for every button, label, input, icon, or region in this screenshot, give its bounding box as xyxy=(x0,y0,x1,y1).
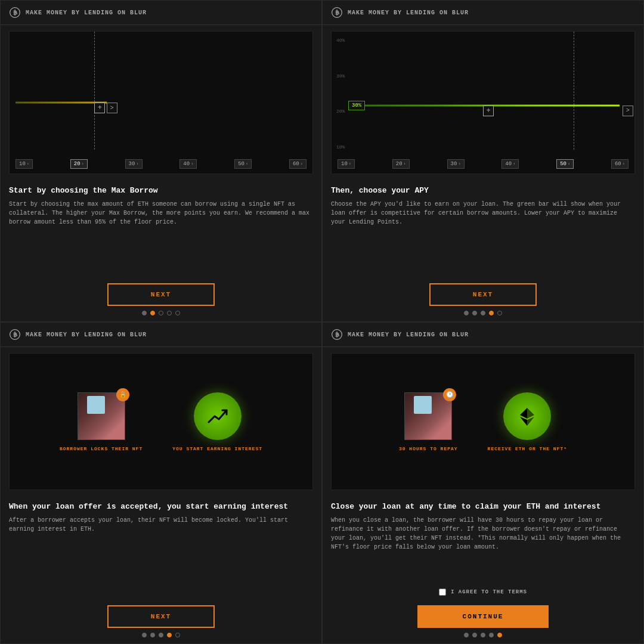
panel1-content: Start by choosing the Max Borrow Start b… xyxy=(1,180,321,277)
panel-close-loan: MAKE MONEY BY LENDING ON BLUR 🕐 30 HOURS… xyxy=(322,322,644,644)
panel4-content: Close your loan at any time to claim you… xyxy=(323,496,643,583)
val-30: 30 ⬍ xyxy=(125,159,143,169)
panel2-title: MAKE MONEY BY LENDING ON BLUR xyxy=(348,10,469,16)
dot-4-4 xyxy=(489,633,494,637)
panel4-clock-badge: 🕐 xyxy=(443,388,456,401)
panel4-left-label: 30 HOURS TO REPAY xyxy=(399,446,458,451)
agree-checkbox[interactable] xyxy=(439,589,446,596)
panel4-illustration: 🕐 30 HOURS TO REPAY RECEIVE ETH OR THE N… xyxy=(331,353,635,490)
panel-loan-accepted: MAKE MONEY BY LENDING ON BLUR 🔒 BORROWER… xyxy=(0,322,322,644)
dot-1-3 xyxy=(159,311,163,315)
y-10: 10% xyxy=(336,144,345,150)
panel2-chart: 40% 30% 20% 10% 30% > 10 ⬍ 20 ⬍ 30 ⬍ 40 … xyxy=(331,31,635,174)
panel2-content: Then, choose your APY Choose the APY you… xyxy=(323,180,643,277)
p2-val-20: 20 ⬍ xyxy=(392,159,410,169)
panel4-eth-icon xyxy=(503,392,551,440)
dot-1-5 xyxy=(175,311,180,315)
panel3-right-label: YOU START EARNING INTEREST xyxy=(172,446,262,451)
panel2-next-button[interactable]: NEXT xyxy=(429,283,537,306)
panel2-value-boxes: 10 ⬍ 20 ⬍ 30 ⬍ 40 ⬍ 50 ⬍ 60 ⬍ xyxy=(338,159,628,169)
panel1-header: MAKE MONEY BY LENDING ON BLUR xyxy=(1,1,321,25)
panel4-illus-right: RECEIVE ETH OR THE NFT* xyxy=(488,392,567,451)
y-30: 30% xyxy=(336,73,345,79)
y-20: 20% xyxy=(336,109,345,114)
panel3-content: When your loan offer is accepted, you st… xyxy=(1,496,321,599)
dot-2-5 xyxy=(497,311,502,315)
panel2-button-area: NEXT xyxy=(323,277,643,321)
agree-label: I AGREE TO THE TERMS xyxy=(451,589,527,595)
panel2-dots xyxy=(464,311,502,315)
panel4-dots xyxy=(464,633,502,637)
panel3-button-area: NEXT xyxy=(1,599,321,643)
panel1-chart: > 10 ⬍ 20 ⬍ 30 ⬍ 40 ⬍ 50 ⬍ 60 ⬍ xyxy=(9,31,313,174)
dot-3-3 xyxy=(159,633,163,637)
panel2-header: MAKE MONEY BY LENDING ON BLUR xyxy=(323,1,643,25)
panel3-section-text: After a borrower accepts your loan, thei… xyxy=(9,516,313,593)
panel2-section-title: Then, choose your APY xyxy=(331,186,635,195)
dot-1-2 xyxy=(150,311,155,315)
dot-1-1 xyxy=(142,311,147,315)
panel3-illus-right: YOU START EARNING INTEREST xyxy=(172,392,262,451)
dot-2-2 xyxy=(472,311,477,315)
panel4-section-title: Close your loan at any time to claim you… xyxy=(331,502,635,511)
svg-marker-7 xyxy=(520,417,527,426)
panel3-interest-icon xyxy=(194,392,242,440)
panel1-dots xyxy=(142,311,180,315)
panel4-header: MAKE MONEY BY LENDING ON BLUR xyxy=(323,323,643,347)
panel4-checkbox-area: I AGREE TO THE TERMS xyxy=(439,589,527,596)
dot-4-2 xyxy=(472,633,477,637)
panel1-dashed-line xyxy=(94,32,95,150)
panel4-title: MAKE MONEY BY LENDING ON BLUR xyxy=(348,332,469,338)
p2-val-50: 50 ⬍ xyxy=(556,159,574,169)
y-40: 40% xyxy=(336,38,345,43)
panel1-button-area: NEXT xyxy=(1,277,321,321)
panel3-nft: 🔒 xyxy=(78,392,125,440)
panel3-illus-left: 🔒 BORROWER LOCKS THEIR NFT xyxy=(60,392,143,451)
val-40: 40 ⬍ xyxy=(179,159,197,169)
dot-2-1 xyxy=(464,311,469,315)
dot-2-3 xyxy=(481,311,485,315)
panel1-section-title: Start by choosing the Max Borrow xyxy=(9,186,313,195)
panel2-y-axis: 40% 30% 20% 10% xyxy=(336,38,345,150)
panel1-bar xyxy=(16,102,107,104)
panel4-right-label: RECEIVE ETH OR THE NFT* xyxy=(488,446,567,451)
panel1-next-button[interactable]: NEXT xyxy=(107,283,215,306)
dot-4-5 xyxy=(497,633,502,637)
p2-val-40: 40 ⬍ xyxy=(501,159,519,169)
panel4-button-area: I AGREE TO THE TERMS CONTINUE xyxy=(323,583,643,643)
money-icon-2 xyxy=(331,7,343,18)
panel4-continue-button[interactable]: CONTINUE xyxy=(417,605,549,628)
panel1-section-text: Start by choosing the max amount of ETH … xyxy=(9,200,313,271)
panel3-next-button[interactable]: NEXT xyxy=(107,605,215,628)
dot-4-1 xyxy=(464,633,469,637)
panel4-nft: 🕐 xyxy=(404,392,452,440)
p2-val-10: 10 ⬍ xyxy=(338,159,355,169)
p2-val-30: 30 ⬍ xyxy=(447,159,465,169)
panel1-title: MAKE MONEY BY LENDING ON BLUR xyxy=(26,10,147,16)
panel3-left-label: BORROWER LOCKS THEIR NFT xyxy=(60,446,143,451)
panel-apy: MAKE MONEY BY LENDING ON BLUR 40% 30% 20… xyxy=(322,0,644,322)
val-20: 20 ⬍ xyxy=(70,159,88,169)
dot-3-1 xyxy=(142,633,147,637)
p2-val-60: 60 ⬍ xyxy=(611,159,628,169)
panel2-section-text: Choose the APY you'd like to earn on you… xyxy=(331,200,635,271)
money-icon xyxy=(9,7,21,18)
panel3-title: MAKE MONEY BY LENDING ON BLUR xyxy=(26,332,147,338)
panel-max-borrow: MAKE MONEY BY LENDING ON BLUR > 10 ⬍ 20 … xyxy=(0,0,322,322)
panel2-dashed-line xyxy=(574,32,574,150)
panel3-dots xyxy=(142,633,180,637)
panel4-section-text: When you close a loan, the borrower will… xyxy=(331,516,635,577)
svg-marker-5 xyxy=(520,408,527,419)
panel2-start-value: 30% xyxy=(348,101,365,110)
dot-3-2 xyxy=(150,633,155,637)
svg-marker-4 xyxy=(527,408,534,419)
val-50: 50 ⬍ xyxy=(234,159,252,169)
panel1-value-boxes: 10 ⬍ 20 ⬍ 30 ⬍ 40 ⬍ 50 ⬍ 60 ⬍ xyxy=(16,159,306,169)
dot-4-3 xyxy=(481,633,485,637)
val-60: 60 ⬍ xyxy=(289,159,306,169)
money-icon-4 xyxy=(331,329,343,340)
dot-3-4 xyxy=(167,633,172,637)
dot-1-4 xyxy=(167,311,172,315)
panel3-lock-badge: 🔒 xyxy=(116,388,129,401)
svg-marker-6 xyxy=(527,417,534,426)
